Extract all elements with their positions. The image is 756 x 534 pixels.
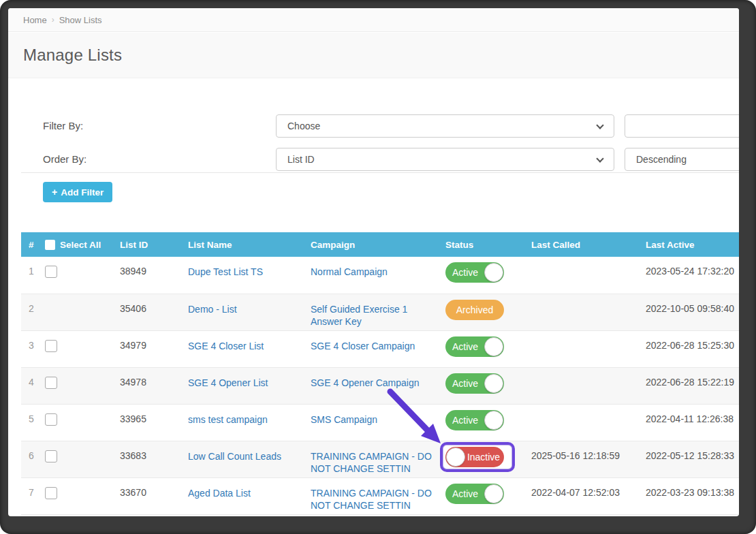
table-row: 533965sms test campaignSMS CampaignActiv… [21,404,739,441]
last-active-cell: 2022-06-28 15:25:30 [646,330,739,367]
row-number: 7 [21,477,45,514]
filter-by-selected-value: Choose [287,121,320,131]
last-active-cell: 2022-03-23 09:13:38 [646,477,739,514]
app-window: Home › Show Lists Manage Lists Filter By… [8,8,739,516]
order-by-label: Order By: [43,148,86,171]
list-name-link[interactable]: SGE 4 Closer List [188,341,264,351]
last-called-cell [531,294,646,330]
status-cell: Active [445,477,531,514]
status-toggle-active[interactable]: Active [445,484,504,504]
campaign-link[interactable]: TRAINING CAMPAIGN - DO NOT CHANGE SETTIN [311,488,432,512]
list-name-link[interactable]: Dupe Test List TS [188,266,263,277]
screenshot-frame: Home › Show Lists Manage Lists Filter By… [0,0,756,534]
toggle-knob [446,447,465,467]
campaign-cell: Normal Campaign [311,257,445,294]
order-direction-select[interactable]: Descending [625,148,739,171]
header-campaign: Campaign [311,232,445,257]
annotation-highlight-box: Inactive [440,442,515,472]
row-select-cell [45,477,120,514]
status-cell: Active [445,367,531,404]
table-row: 733670Aged Data ListTRAINING CAMPAIGN - … [21,477,739,514]
lists-table: # Select All List ID List Name Campaign … [21,232,739,515]
select-all-label: Select All [60,240,101,250]
list-name-link[interactable]: Aged Data List [188,488,251,499]
header-list-name: List Name [188,232,311,257]
last-called-cell [531,330,646,367]
status-toggle-active[interactable]: Active [445,336,504,357]
status-toggle-active[interactable]: Active [445,410,504,430]
row-number: 1 [21,257,45,294]
page-title: Manage Lists [23,46,122,65]
last-active-cell: 2023-05-24 17:32:20 [646,257,739,294]
filter-divider [21,172,739,173]
row-select-cell [45,257,120,294]
filter-by-select[interactable]: Choose [276,114,614,138]
toggle-knob [484,484,503,503]
campaign-link[interactable]: Self Guided Exercise 1 Answer Key [311,304,407,328]
row-select-cell [45,330,120,367]
row-checkbox[interactable] [45,413,57,426]
status-toggle-inactive[interactable]: Inactive [445,447,504,467]
filter-value-input[interactable] [625,114,739,138]
row-checkbox[interactable] [45,377,57,389]
campaign-cell: Self Guided Exercise 1 Answer Key [311,294,445,330]
table-row: 235406Demo - ListSelf Guided Exercise 1 … [21,294,739,330]
filter-by-label: Filter By: [43,114,83,138]
last-called-cell: 2025-05-16 12:18:59 [531,441,646,477]
campaign-link[interactable]: Normal Campaign [311,266,388,277]
row-select-cell [45,294,120,330]
table-header-row: # Select All List ID List Name Campaign … [21,232,739,257]
status-toggle-active[interactable]: Active [445,373,504,394]
breadcrumb: Home › Show Lists [8,8,739,32]
list-name-cell: sms test campaign [188,404,311,441]
list-name-link[interactable]: Demo - List [188,304,237,315]
list-name-cell: SGE 4 Opener List [188,367,311,404]
add-filter-button[interactable]: + Add Filter [43,182,112,202]
header-status: Status [445,232,531,257]
breadcrumb-current-link[interactable]: Show Lists [59,15,102,25]
row-select-cell [45,367,120,404]
list-id-cell: 35406 [120,294,188,330]
list-id-cell: 33683 [120,441,188,477]
last-active-cell: 2022-06-28 15:22:19 [646,367,739,404]
campaign-link[interactable]: SMS Campaign [311,414,377,425]
last-active-cell: 2022-05-12 15:28:33 [646,441,739,477]
breadcrumb-separator-icon: › [52,15,54,25]
list-name-cell: Dupe Test List TS [188,257,311,294]
status-toggle-active[interactable]: Active [445,262,504,283]
row-checkbox[interactable] [45,450,57,462]
status-cell: Active [445,404,531,441]
last-called-cell [531,257,646,294]
row-select-cell [45,404,120,441]
list-name-cell: Aged Data List [188,477,311,514]
breadcrumb-home-link[interactable]: Home [23,15,47,25]
status-badge-archived: Archived [445,300,504,320]
row-checkbox[interactable] [45,266,57,278]
list-id-cell: 33965 [120,404,188,441]
last-called-cell [531,404,646,441]
list-name-link[interactable]: sms test campaign [188,414,268,425]
row-checkbox[interactable] [45,487,57,499]
header-list-id: List ID [120,232,188,257]
toggle-knob [484,411,503,430]
select-all-checkbox[interactable] [45,240,55,250]
table-row: 138949Dupe Test List TSNormal CampaignAc… [21,257,739,294]
campaign-link[interactable]: SGE 4 Opener Campaign [311,377,420,388]
campaign-link[interactable]: SGE 4 Closer Campaign [311,341,415,351]
plus-icon: + [52,187,57,198]
list-name-link[interactable]: SGE 4 Opener List [188,377,268,388]
header-index: # [21,232,45,257]
list-name-link[interactable]: Low Call Count Leads [188,451,281,462]
order-by-select[interactable]: List ID [276,148,614,171]
row-number: 4 [21,367,45,404]
status-cell: Active [445,330,531,367]
campaign-cell: TRAINING CAMPAIGN - DO NOT CHANGE SETTIN [311,477,445,514]
campaign-cell: SGE 4 Closer Campaign [311,330,445,367]
last-called-cell: 2022-04-07 12:52:03 [531,477,646,514]
campaign-link[interactable]: TRAINING CAMPAIGN - DO NOT CHANGE SETTIN [311,451,432,475]
row-number: 2 [21,294,45,330]
campaign-cell: TRAINING CAMPAIGN - DO NOT CHANGE SETTIN [311,441,445,477]
row-checkbox[interactable] [45,340,57,352]
campaign-cell: SGE 4 Opener Campaign [311,367,445,404]
header-last-called: Last Called [531,232,646,257]
